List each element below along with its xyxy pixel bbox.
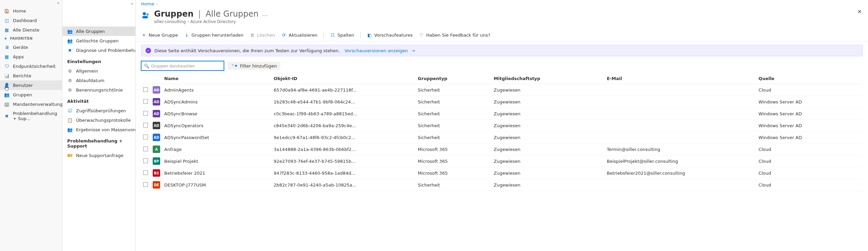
table-row[interactable]: B2Betriebsfeier 2021947f283c-8133-4460-9…	[141, 167, 863, 179]
col-name[interactable]: Name	[162, 73, 272, 84]
cell-grouptype: Sicherheit	[416, 179, 492, 191]
preview-features-button[interactable]: ◧ Vorschaufeatures	[367, 32, 413, 38]
secondary-nav-item[interactable]: ✖Diagnose und Problembehandlu...	[62, 45, 135, 55]
troubleshoot-icon: ✖	[4, 113, 10, 119]
users-icon: 👤	[4, 82, 10, 88]
secondary-nav-item[interactable]: ☑Zugriffsüberprüfungen	[62, 106, 135, 115]
collapse-primary-sidebar[interactable]: «	[0, 0, 62, 6]
dashboard-icon: ◫	[4, 18, 10, 23]
cell-source: Cloud	[756, 179, 863, 191]
table-row[interactable]: ADADSyncBrowsec0c3beac-1f99-4b63-a789-a8…	[141, 108, 863, 120]
group-badge: A	[153, 146, 160, 153]
breadcrumb-home[interactable]: Home	[141, 1, 154, 6]
primary-nav-item[interactable]: 🖥Geräte	[0, 42, 62, 52]
add-filter-chip[interactable]: ⁺✦ Filter hinzufügen	[228, 62, 280, 70]
cell-source: Cloud	[756, 167, 863, 179]
table-row[interactable]: AAnfrage3a144888-2a1a-4396-863b-0b6bf2..…	[141, 143, 863, 155]
home-icon: 🏠	[4, 8, 10, 14]
cell-membership: Zugewiesen	[492, 120, 605, 132]
cell-membership: Zugewiesen	[492, 132, 605, 143]
support-heading: Problembehandlung + Support	[62, 134, 135, 151]
row-checkbox[interactable]	[143, 99, 148, 104]
cell-source: Cloud	[756, 84, 863, 96]
page-title-divider: |	[195, 9, 203, 19]
row-checkbox[interactable]	[143, 111, 148, 116]
collapse-secondary-sidebar[interactable]: «	[131, 1, 133, 6]
cell-grouptype: Sicherheit	[416, 84, 492, 96]
cell-name: Beispiel Projekt	[162, 155, 272, 167]
banner-link[interactable]: Vorschauversionen anzeigen	[344, 48, 408, 53]
page-subtitle: siller.consulting – Azure Active Directo…	[154, 19, 259, 24]
cell-membership: Zugewiesen	[492, 96, 605, 108]
close-blade-button[interactable]: ✕	[857, 8, 862, 15]
cell-source: Windows Server AD	[756, 120, 863, 132]
nav-item-label: Überwachungsprotokolle	[76, 118, 131, 123]
primary-nav-item[interactable]: 🏢Mandantenverwaltung	[0, 99, 62, 109]
row-checkbox[interactable]	[143, 123, 148, 128]
secondary-nav-item[interactable]: ⚙Allgemein	[62, 66, 135, 76]
table-row[interactable]: DEDESKTOP-J777USM2b82c787-0e91-4240-a5ab…	[141, 179, 863, 191]
refresh-icon: ⟳	[281, 32, 287, 38]
cell-grouptype: Microsoft 365	[416, 167, 492, 179]
secondary-nav-item[interactable]: 👥Ergebnisse von Massenvorgängen	[62, 125, 135, 134]
nav-item-label: Ablaufdatum	[76, 78, 105, 83]
table-row[interactable]: ADADSyncAdmins1b283c48-e544-47b1-9bf8-06…	[141, 96, 863, 108]
delete-button[interactable]: 🗑 Löschen	[249, 32, 275, 38]
table-row[interactable]: ADADSyncOperatorsc845e340-2d6b-4206-ba9a…	[141, 120, 863, 132]
row-checkbox[interactable]	[143, 135, 148, 139]
cell-name: AdminAgents	[162, 84, 272, 96]
group-badge: AD	[153, 122, 160, 129]
cell-name: Anfrage	[162, 143, 272, 155]
cell-membership: Zugewiesen	[492, 84, 605, 96]
group-badge: AD	[153, 98, 160, 105]
svg-point-1	[146, 13, 149, 16]
primary-nav-item[interactable]: ✖Problembehandlung + Sup...	[0, 109, 62, 123]
nav-item-label: Zugriffsüberprüfungen	[76, 108, 126, 113]
primary-nav-item[interactable]: 🛡Endpunktsicherheit	[0, 61, 62, 71]
col-grouptype[interactable]: Gruppentyp	[416, 73, 492, 84]
primary-nav-item[interactable]: ▦Alle Dienste	[0, 25, 62, 35]
primary-nav-item[interactable]: 📊Berichte	[0, 71, 62, 80]
table-row[interactable]: ADAdminAgents657d0a94-af8e-4691-ae4b-227…	[141, 84, 863, 96]
row-checkbox[interactable]	[143, 147, 148, 151]
row-checkbox[interactable]	[143, 182, 148, 187]
page-title-sub: Alle Gruppen	[206, 9, 259, 19]
primary-nav-item[interactable]: 👥Gruppen	[0, 90, 62, 99]
col-email[interactable]: E-Mail	[605, 73, 756, 84]
download-groups-button[interactable]: ↓ Gruppen herunterladen	[184, 32, 243, 38]
primary-nav-item[interactable]: ▦Apps	[0, 52, 62, 61]
secondary-nav-item[interactable]: 🎫Neue Supportanfrage	[62, 151, 135, 160]
primary-nav-item[interactable]: ◫Dashboard	[0, 16, 62, 25]
feedback-button[interactable]: ♡ Haben Sie Feedback für uns?	[419, 32, 490, 38]
primary-nav-item[interactable]: 👤Benutzer	[0, 80, 62, 90]
groups-header-icon	[141, 11, 151, 20]
new-group-button[interactable]: ＋ Neue Gruppe	[141, 32, 178, 38]
col-membership[interactable]: Mitgliedschaftstyp	[492, 73, 605, 84]
secondary-nav-item[interactable]: 📋Überwachungsprotokolle	[62, 115, 135, 125]
secondary-nav-item[interactable]: 👥Gelöschte Gruppen	[62, 36, 135, 45]
info-icon: ✓	[146, 48, 151, 53]
col-source[interactable]: Quelle	[756, 73, 863, 84]
secondary-nav-item[interactable]: 👥Alle Gruppen	[62, 26, 135, 36]
row-checkbox[interactable]	[143, 170, 148, 175]
page-header: Gruppen | Alle Gruppen siller.consulting…	[136, 8, 868, 29]
row-checkbox[interactable]	[143, 87, 148, 92]
cell-email: Betriebsfeier2021@siller.consulting	[605, 167, 756, 179]
select-all-column[interactable]	[141, 73, 151, 84]
plus-icon: ＋	[141, 32, 147, 38]
header-more-button[interactable]: ⋯	[262, 12, 268, 19]
row-checkbox[interactable]	[143, 158, 148, 163]
search-input[interactable]	[141, 61, 224, 71]
cell-membership: Zugewiesen	[492, 179, 605, 191]
columns-button[interactable]: ☷ Spalten	[330, 32, 354, 38]
table-row[interactable]: ADADSyncPasswordSet9e1edcc9-67a1-48f6-93…	[141, 132, 863, 143]
secondary-nav-item[interactable]: ⚙Ablaufdatum	[62, 76, 135, 85]
primary-nav-item[interactable]: 🏠Home	[0, 6, 62, 16]
cell-objectid: 3a144888-2a1a-4396-863b-0b6bf2...	[272, 143, 416, 155]
secondary-nav-item[interactable]: ⚙Benennungsrichtlinie	[62, 85, 135, 95]
audit-icon: 📋	[67, 117, 73, 123]
refresh-button[interactable]: ⟳ Aktualisieren	[281, 32, 318, 38]
primary-sidebar: « 🏠Home◫Dashboard▦Alle Dienste ★FAVORITE…	[0, 0, 62, 251]
col-objectid[interactable]: Objekt-ID	[272, 73, 416, 84]
table-row[interactable]: BPBeispiel Projekt92e27093-76ef-4e37-b74…	[141, 155, 863, 167]
